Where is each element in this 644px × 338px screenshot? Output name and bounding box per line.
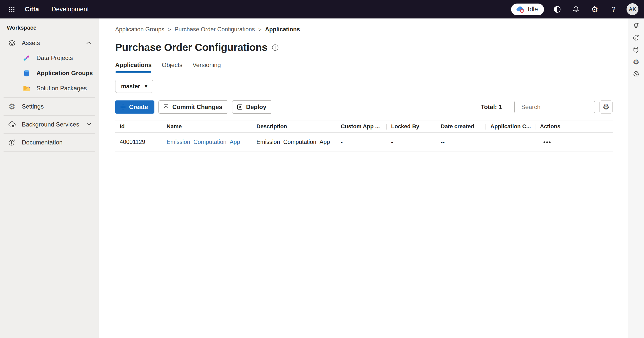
contrast-icon bbox=[553, 5, 561, 13]
sidebar-divider bbox=[4, 151, 95, 152]
table-header: Id Name Description Custom App ... Locke… bbox=[115, 120, 613, 133]
tab-versioning[interactable]: Versioning bbox=[192, 61, 221, 73]
cell-locked-by: - bbox=[387, 139, 436, 145]
cell-id: 40001129 bbox=[115, 139, 162, 145]
cell-custom-app: - bbox=[336, 139, 387, 145]
search-input[interactable] bbox=[521, 103, 600, 111]
sidebar: Workspace Assets bbox=[0, 18, 99, 338]
breadcrumb: Application Groups > Purchase Order Conf… bbox=[115, 26, 613, 33]
sidebar-item-label: Data Projects bbox=[36, 54, 73, 61]
tab-applications[interactable]: Applications bbox=[115, 61, 152, 73]
avatar[interactable]: AK bbox=[627, 3, 638, 15]
rail-ai-button[interactable] bbox=[630, 68, 642, 80]
cell-name-link[interactable]: Emission_Computation_App bbox=[162, 139, 252, 145]
app-launcher-button[interactable] bbox=[6, 4, 18, 15]
column-header-application-c[interactable]: Application C... bbox=[486, 120, 535, 132]
notifications-button[interactable] bbox=[570, 4, 581, 15]
column-header-description[interactable]: Description bbox=[252, 120, 336, 132]
deploy-button[interactable]: Deploy bbox=[232, 100, 272, 114]
column-header-locked-by[interactable]: Locked By bbox=[387, 120, 436, 132]
plus-icon bbox=[120, 104, 126, 110]
app-root: Citta Development Idle bbox=[0, 0, 644, 338]
database-connector-icon bbox=[633, 46, 640, 53]
sidebar-divider bbox=[4, 115, 95, 116]
column-header-actions: Actions bbox=[535, 120, 611, 132]
more-horizontal-icon bbox=[544, 141, 545, 143]
column-header-date-created[interactable]: Date created bbox=[436, 120, 486, 132]
commit-changes-button[interactable]: Commit Changes bbox=[158, 100, 228, 114]
help-icon: ? bbox=[611, 5, 616, 14]
brain-icon bbox=[633, 71, 640, 78]
branch-selector[interactable]: master ▼ bbox=[115, 80, 153, 93]
rail-settings-button[interactable]: ⚙ bbox=[630, 56, 642, 68]
gear-icon: ⚙ bbox=[8, 103, 16, 111]
rail-data-connector-button[interactable] bbox=[630, 44, 642, 56]
sidebar-item-label: Settings bbox=[22, 103, 44, 110]
chevron-down-icon bbox=[86, 122, 92, 127]
search-box bbox=[514, 101, 595, 113]
settings-button[interactable]: ⚙ bbox=[589, 4, 600, 15]
column-header-custom-app[interactable]: Custom App ... bbox=[336, 120, 387, 132]
help-button[interactable]: ? bbox=[608, 4, 619, 15]
right-rail: ⚙ bbox=[628, 18, 644, 338]
sidebar-item-label: Documentation bbox=[22, 139, 63, 146]
create-button-label: Create bbox=[129, 103, 148, 111]
sidebar-item-application-groups[interactable]: Application Groups bbox=[0, 66, 99, 81]
sidebar-item-label: Solution Packages bbox=[36, 85, 87, 92]
table-settings-button[interactable]: ⚙ bbox=[599, 100, 613, 114]
breadcrumb-purchase-order-configurations[interactable]: Purchase Order Configurations bbox=[175, 26, 255, 33]
bell-badge-icon bbox=[633, 22, 640, 29]
toolbar: Create Commit Changes Deploy Total: 1 bbox=[115, 100, 613, 114]
app-title[interactable]: Citta bbox=[25, 6, 39, 13]
chevron-up-icon bbox=[86, 41, 92, 45]
create-button[interactable]: Create bbox=[115, 100, 154, 114]
sidebar-item-data-projects[interactable]: Data Projects bbox=[0, 50, 99, 66]
cell-date-created: -- bbox=[436, 139, 486, 145]
sidebar-item-settings[interactable]: ⚙ Settings bbox=[0, 99, 99, 114]
info-sparkle-icon bbox=[8, 139, 16, 146]
gear-icon: ⚙ bbox=[603, 103, 610, 111]
commit-upload-icon bbox=[163, 104, 169, 110]
chevron-down-icon: ▼ bbox=[145, 84, 147, 88]
sidebar-item-assets[interactable]: Assets bbox=[0, 36, 99, 50]
top-bar: Citta Development Idle bbox=[0, 0, 644, 18]
breadcrumb-separator: > bbox=[168, 27, 171, 33]
info-sparkle-icon bbox=[633, 34, 640, 41]
tab-bar: Applications Objects Versioning bbox=[115, 61, 613, 73]
title-row: Purchase Order Configurations bbox=[115, 41, 613, 53]
total-count: Total: 1 bbox=[481, 103, 502, 111]
branch-selector-value: master bbox=[121, 83, 140, 90]
deploy-button-label: Deploy bbox=[246, 103, 266, 111]
rail-notifications-button[interactable] bbox=[630, 19, 642, 32]
row-actions-button[interactable] bbox=[541, 139, 553, 145]
sidebar-divider bbox=[4, 97, 95, 98]
cell-description: Emission_Computation_App bbox=[252, 139, 336, 145]
sync-status-badge[interactable]: Idle bbox=[511, 4, 544, 15]
top-bar-left: Citta Development bbox=[6, 4, 89, 15]
environment-label[interactable]: Development bbox=[52, 6, 89, 13]
breadcrumb-applications: Applications bbox=[265, 26, 300, 33]
workspace-label: Workspace bbox=[7, 25, 99, 31]
bell-icon bbox=[572, 5, 580, 13]
column-header-id[interactable]: Id bbox=[115, 120, 162, 132]
sidebar-item-background-services[interactable]: Background Services bbox=[0, 117, 99, 132]
breadcrumb-application-groups[interactable]: Application Groups bbox=[115, 26, 164, 33]
info-icon[interactable] bbox=[272, 44, 279, 51]
applications-table: Id Name Description Custom App ... Locke… bbox=[115, 120, 613, 152]
deploy-icon bbox=[236, 104, 243, 110]
rail-assistant-button[interactable] bbox=[630, 32, 642, 44]
database-icon bbox=[22, 69, 31, 77]
cell-actions bbox=[535, 139, 611, 145]
tab-objects[interactable]: Objects bbox=[162, 61, 182, 73]
gear-icon: ⚙ bbox=[633, 58, 639, 66]
sidebar-item-solution-packages[interactable]: Solution Packages bbox=[0, 81, 99, 96]
sidebar-item-label: Application Groups bbox=[36, 70, 93, 77]
commit-changes-label: Commit Changes bbox=[172, 103, 222, 111]
sync-status-label: Idle bbox=[528, 6, 538, 13]
gear-icon: ⚙ bbox=[591, 5, 598, 13]
sidebar-item-documentation[interactable]: Documentation bbox=[0, 135, 99, 150]
theme-toggle-button[interactable] bbox=[552, 4, 563, 15]
sidebar-item-label: Background Services bbox=[22, 121, 79, 128]
column-header-name[interactable]: Name bbox=[162, 120, 252, 132]
table-row: 40001129 Emission_Computation_App Emissi… bbox=[115, 133, 613, 152]
